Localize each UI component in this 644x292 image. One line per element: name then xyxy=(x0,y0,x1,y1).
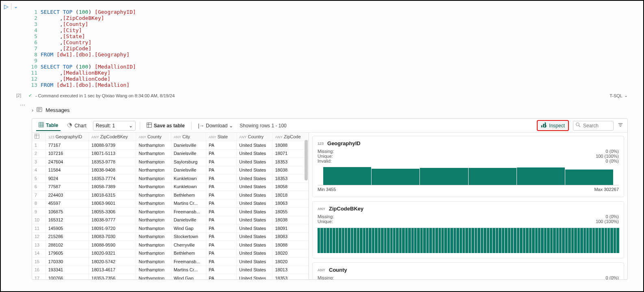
inspect-card-zipcodebkey: ANY ZipCodeBKey Missing:0 (0%) Unique:10… xyxy=(312,201,624,258)
table-row[interactable]: 84559718063-9601NorthamptonMartins Cr...… xyxy=(32,199,309,208)
table-row[interactable]: 1221528618083-7030NorthamptonStockertown… xyxy=(32,232,309,241)
results-table: 123GeographyID ANYZipCodeBKey ANYCounty … xyxy=(32,133,309,279)
table-row[interactable]: 722440318018-6315NorthamptonBethlehemPAU… xyxy=(32,191,309,200)
search-icon xyxy=(576,122,581,129)
toolbar-divider xyxy=(11,3,11,10)
table-row[interactable]: 910687518055-3306NorthamptonFreemansb...… xyxy=(32,208,309,216)
inspect-title: County xyxy=(329,267,347,273)
svg-line-18 xyxy=(579,126,581,127)
table-row[interactable]: 17716718088-9739NorthamptonDanielsvilleP… xyxy=(32,141,309,150)
more-icon[interactable]: … xyxy=(20,101,25,107)
table-icon xyxy=(39,122,44,129)
results-panel: Table Chart Result: 1 ⌄ Save as table |→… xyxy=(32,118,628,280)
chart-icon xyxy=(67,122,72,129)
table-row[interactable]: 41158418038-9408NorthamptonDanielsvilleP… xyxy=(32,166,309,174)
chevron-down-icon: ⌄ xyxy=(129,123,133,129)
search-box[interactable] xyxy=(573,121,614,131)
column-header-zipcode[interactable]: ANYZipCode xyxy=(272,133,309,141)
download-button[interactable]: |→ Download ⌄ xyxy=(196,121,236,130)
inspect-button[interactable]: Inspect xyxy=(537,120,569,131)
execution-message: - Command executed in 1 sec by Qixiao Wa… xyxy=(35,93,175,98)
svg-rect-10 xyxy=(147,122,151,127)
toolbar-divider xyxy=(140,122,140,130)
run-dropdown-icon[interactable]: ⌄ xyxy=(14,4,18,9)
svg-rect-22 xyxy=(35,134,39,139)
chevron-down-icon: ⌄ xyxy=(624,93,628,98)
execution-status: ✓ - Command executed in 1 sec by Qixiao … xyxy=(28,93,175,98)
table-row[interactable]: 1517033018020-5742NorthamptonFreemansb..… xyxy=(32,258,309,266)
chevron-down-icon: ⌄ xyxy=(229,123,233,129)
results-table-container[interactable]: 123GeographyID ANYZipCodeBKey ANYCounty … xyxy=(32,133,309,279)
table-row[interactable]: 67758718058-7389NorthamptonKunkletownPAU… xyxy=(32,182,309,191)
results-toolbar: Table Chart Result: 1 ⌄ Save as table |→… xyxy=(32,119,627,133)
table-row[interactable]: 1114590518091-9720NorthamptonWind GapPAU… xyxy=(32,224,309,233)
table-row[interactable]: 5902418353-7774NorthamptonKunkletownPAUn… xyxy=(32,174,309,183)
table-row[interactable]: 1417960518020-9321NorthamptonBethlehemPA… xyxy=(32,249,309,258)
table-row[interactable]: 324760418353-9778NorthamptonSaylorsburgP… xyxy=(32,158,309,166)
table-corner[interactable] xyxy=(32,133,45,141)
column-header-country[interactable]: ANYCountry xyxy=(237,133,272,141)
cell-index: [2] xyxy=(16,93,21,98)
table-row[interactable]: 210721618071-5113NorthamptonDanielsville… xyxy=(32,149,309,158)
column-header-geographyid[interactable]: 123GeographyID xyxy=(45,133,89,141)
inspect-card-county: ANY County Missing:0 (0%) Unique:1 (1%) xyxy=(312,262,624,279)
save-table-icon xyxy=(147,122,152,129)
search-input[interactable] xyxy=(583,123,609,129)
histogram-geographyid xyxy=(318,167,619,185)
table-row[interactable]: 1619334118013-4617NorthamptonMartins Cr.… xyxy=(32,266,309,274)
download-icon: |→ xyxy=(198,123,204,129)
language-selector[interactable]: T-SQL ⌄ xyxy=(609,93,628,98)
inspect-title: ZipCodeBKey xyxy=(329,206,363,212)
column-header-zipcodebkey[interactable]: ANYZipCodeBKey xyxy=(89,133,136,141)
result-dropdown[interactable]: Result: 1 ⌄ xyxy=(93,121,136,131)
inspect-title: GeographyID xyxy=(327,140,361,146)
rows-showing-label: Showing rows 1 - 100 xyxy=(240,123,286,129)
column-header-county[interactable]: ANYCounty xyxy=(136,133,171,141)
inspect-icon xyxy=(541,122,547,129)
messages-icon xyxy=(37,107,42,114)
line-number: 1 xyxy=(28,9,41,15)
column-header-state[interactable]: ANYState xyxy=(206,133,236,141)
run-icon[interactable]: ▷ xyxy=(4,3,9,10)
table-row[interactable]: 1328810218088-9590NorthamptonCherryville… xyxy=(32,241,309,249)
save-as-table-button[interactable]: Save as table xyxy=(144,121,187,131)
expand-chevron-icon[interactable]: › xyxy=(32,107,33,113)
code-editor[interactable]: 1SELECT TOP (100) [GeographyID] 2 ,[ZipC… xyxy=(28,9,136,88)
tab-chart[interactable]: Chart xyxy=(65,121,89,131)
svg-rect-13 xyxy=(541,125,542,127)
inspect-card-geographyid: 123 GeographyID Missing:0 (0%) Unique:10… xyxy=(312,136,624,197)
filter-icon[interactable] xyxy=(618,122,623,129)
table-row[interactable]: 1710076618353-7356NorthamptonWind GapPAU… xyxy=(32,274,309,280)
column-header-city[interactable]: ANYCity xyxy=(171,133,206,141)
vertical-scrollbar[interactable] xyxy=(305,140,308,180)
svg-point-17 xyxy=(576,123,579,126)
histogram-zipcodebkey xyxy=(318,228,619,253)
table-row[interactable]: 1016531218038-9777NorthamptonDanielsvill… xyxy=(32,216,309,224)
messages-label[interactable]: Messages xyxy=(45,107,69,113)
tab-table[interactable]: Table xyxy=(36,120,61,131)
svg-rect-4 xyxy=(39,122,43,127)
inspect-panel[interactable]: 123 GeographyID Missing:0 (0%) Unique:10… xyxy=(309,133,627,279)
success-icon: ✓ xyxy=(28,93,32,98)
